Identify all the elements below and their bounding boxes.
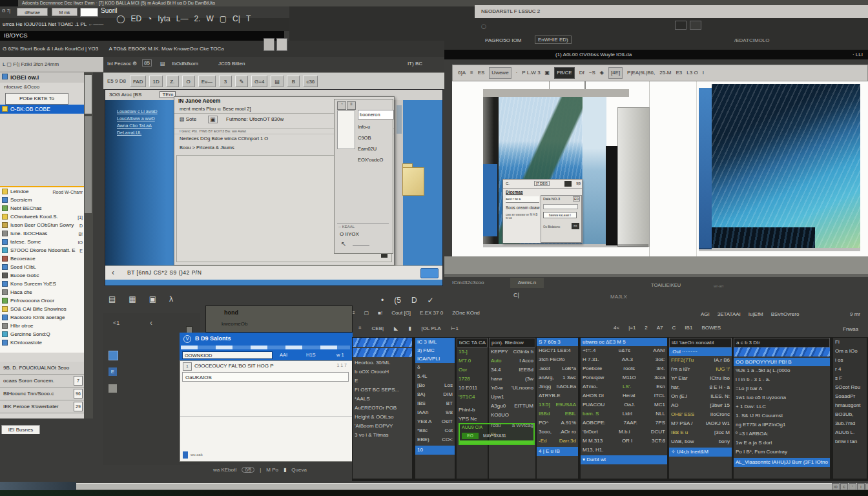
table-row[interactable]: [BoLos [415,381,455,390]
badge-85[interactable]: 85 [142,59,152,67]
midbar-button[interactable]: [OL PLA [422,326,441,331]
table-header[interactable]: ubwns oc ΔΕ3 M 5 [581,338,667,346]
sidebar-item[interactable]: Buooe Gobc [0,271,84,280]
sidebar-item[interactable]: HIbr otroe [0,322,84,330]
window-toolbar-mid2[interactable]: JC05 Bitten [218,61,245,67]
midbar-label[interactable]: 4< [614,325,619,331]
table-row[interactable]: Height & OOtLso [353,413,412,422]
toolbar-button[interactable]: c36 [303,76,318,87]
table-row[interactable]: Phint-b [457,406,488,415]
table-row[interactable]: s F [833,374,867,383]
toolbar-button[interactable]: Z. [166,76,179,87]
midbar-icon[interactable]: λ [169,289,173,309]
table-row[interactable]: δ [415,363,455,372]
table-row[interactable]: YPS Ne [457,415,488,424]
sidebar-toolbar[interactable]: L ▢ F⟨| FzikI 3fcn 24mm [0,57,103,72]
table-row[interactable]: IB8 E u[3oc M [669,428,732,437]
sidebar-item-selected[interactable]: O-BK:OB COBE [0,105,84,114]
table-row[interactable]: PonuqowM11O3cca [581,373,667,382]
folder-open-icon[interactable]: ▣ [208,116,218,123]
midbar-label[interactable]: BSvhOvrero [771,311,800,317]
viewport-tool[interactable]: L3 O [687,68,698,78]
midbar-icon[interactable]: D [411,291,417,310]
midbar-button[interactable]: E.EX 37 0 [420,310,443,316]
table-footer[interactable]: ✧ U4r,b inert&M [669,448,732,457]
table-header[interactable]: S 7 60s 3 [537,338,578,346]
table-row[interactable]: 1w E a ja S dort [734,439,830,448]
table-row[interactable]: 'n0-w'ULnoono [489,384,535,393]
canvas-link[interactable]: Awna Cbo TaLaA [117,122,158,129]
sidebar-bottom-row[interactable]: IEK Perooe S'owerbater29 [0,400,84,413]
midbar-button[interactable]: CEB| [372,326,384,331]
dark-swatch[interactable] [564,181,572,187]
canvas-link[interactable]: Louadiaw c Li awaD [117,108,158,115]
table-row[interactable]: º =3 I ARBOA: [734,429,830,439]
table-row[interactable]: M'7.0 [457,356,488,366]
table-row[interactable]: E [353,377,412,386]
sidebar-item[interactable]: COwotweek Kood.S.[1] [0,212,84,221]
canvas-link[interactable]: DeLarraLUL [117,129,158,136]
dicemas-input[interactable]: aest r tw a [506,196,539,203]
viewport-tool[interactable]: · [516,68,518,78]
viewport-tool[interactable]: P|EA|9L|B6, [627,68,655,78]
midbar-button[interactable]: ◣ [394,326,398,331]
sidebar-item[interactable]: Nebt BEChas [0,204,84,212]
sidebar-item[interactable]: tatese. SomeIO [0,238,84,246]
table-row[interactable]: Upw1 [489,393,535,402]
midbar-label[interactable]: Iu|EfM [749,311,763,317]
places-item[interactable]: Info-u [358,123,393,130]
table-header[interactable]: .Oul ········· [669,347,732,356]
table-row[interactable]: FI OST BC SEPS... [353,386,412,395]
enwhie-button[interactable]: EnWHIE ED) [535,36,572,44]
midbar-button[interactable]: ⌗ [358,325,362,331]
table-row[interactable]: AUUb L. [833,428,867,437]
sidebar-bottom-row[interactable]: BtHoounc Tnn/Sooo.c96 [0,388,84,400]
table-row[interactable]: %Jk 1 a ..5kt a( L.(000o [734,366,830,375]
menu2-mid[interactable]: A TOb& EBOOK M.IK. Mow KnoweOor Cke TOCa [99,46,223,52]
toolbar-icon[interactable]: 2. [194,9,200,28]
sidebar-item[interactable]: LelndoeRood W-Chanr [0,187,84,196]
toolbar-icon[interactable]: ▢ [220,9,227,28]
table-header[interactable]: OO BOPOYYYU!! PB! B [734,358,830,366]
table-row[interactable]: H 7.31.AA.33os: [581,355,667,364]
table-header[interactable] [353,348,412,357]
toolbar-button[interactable]: FAD [130,76,147,87]
table-header[interactable]: IC 3 IML [415,338,455,346]
toolbar-icon[interactable]: L— [176,9,189,28]
sidebar-item[interactable]: SO& CAI Bific Showinos [0,305,84,313]
rate-button[interactable]: PObe KBTE To [5,93,68,105]
midbar-button[interactable]: ▢ [364,310,369,316]
viewport-tool[interactable]: ~S [589,68,595,78]
table-row[interactable]: 1. S& IJ Rt Couurnst [734,411,830,420]
toolbar-button[interactable]: ✎ [235,76,248,87]
slider[interactable] [353,245,369,246]
table-header[interactable] [353,338,412,347]
pagroso-label[interactable]: PAGRO5O IOM [485,37,521,43]
sidebar-item[interactable]: Iune. IbOCHaasB! [0,229,84,238]
menu2-left[interactable]: G 62% Short Book & I Aub KourtCd | YO3 [0,46,98,52]
sidebar-item[interactable]: S7OOC Dkoroe Ndoonatt. EE [0,246,84,254]
table-header[interactable]: ICA//VPLI [415,355,455,363]
midbar-label[interactable]: IB1 [685,325,692,331]
deg-field[interactable]: [7 DEG [534,181,550,186]
top-input[interactable] [80,8,98,17]
table-row[interactable]: PUACOUOaJ.MC1 [581,400,667,409]
toolbar-button[interactable]: 1D [149,76,162,87]
table-header[interactable]: a c b 3 DIr [734,338,830,347]
blue-doc-icon[interactable] [183,451,188,459]
scroll-thumb[interactable] [85,75,92,114]
table-row[interactable]: '6rDortM.b.iDCUT [581,428,667,437]
table-row[interactable]: M M.313OR I3CT:8 [581,437,667,446]
sidebar-item[interactable]: Haca che [0,288,84,296]
toolbar-icon[interactable]: ◯ [116,9,125,28]
midbar-icon[interactable]: (5 [394,291,401,310]
mini-icon-a[interactable] [675,21,687,30]
table-row[interactable]: On (E.IILES. N: [669,392,732,401]
back-arrow-icon[interactable]: ‹ [112,266,114,280]
back-icon[interactable]: ‹ [150,318,152,327]
table-row[interactable]: bam. SLidrlNLL [581,409,667,418]
midbar-button[interactable]: ⊢1 [451,326,459,331]
table-row[interactable]: 'n* EiarICtru Ibo [669,374,732,383]
table-row[interactable]: Fi [833,338,867,347]
scrollbar-button[interactable]: C [840,483,848,490]
